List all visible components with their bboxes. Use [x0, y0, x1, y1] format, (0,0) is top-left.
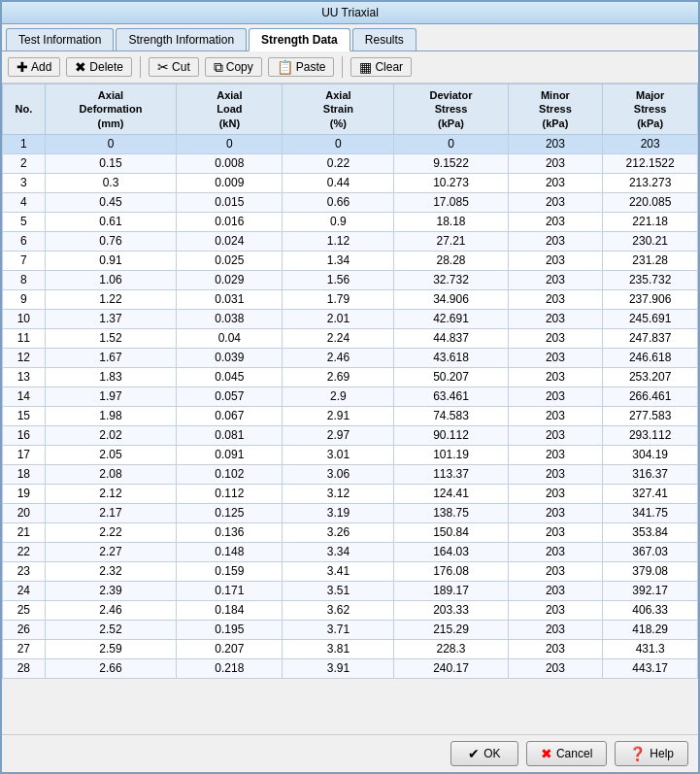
table-cell: 221.18: [603, 212, 698, 231]
data-table-scroll[interactable]: No. AxialDeformation(mm) AxialLoad(kN) A…: [2, 84, 698, 734]
table-row[interactable]: 272.590.2073.81228.3203431.3: [3, 639, 698, 658]
table-cell: 2.12: [45, 484, 177, 503]
table-cell: 24: [3, 581, 46, 600]
copy-button[interactable]: ⧉ Copy: [205, 57, 262, 77]
table-row[interactable]: 202.170.1253.19138.75203341.75: [3, 503, 698, 522]
table-cell: 1.79: [283, 289, 394, 309]
table-row[interactable]: 182.080.1023.06113.37203316.37: [3, 464, 698, 484]
table-cell: 203: [508, 600, 603, 620]
table-cell: 3.71: [283, 620, 394, 639]
table-cell: 150.84: [394, 522, 508, 542]
table-cell: 0.008: [177, 153, 283, 173]
table-cell: 0.148: [177, 542, 283, 561]
paste-icon: 📋: [277, 60, 293, 74]
table-cell: 26: [3, 620, 46, 639]
add-button[interactable]: ✚ Add: [8, 57, 60, 77]
table-cell: 406.33: [603, 600, 698, 620]
delete-button[interactable]: ✖ Delete: [66, 57, 132, 77]
table-cell: 203: [603, 134, 698, 153]
table-row[interactable]: 10000203203: [3, 134, 698, 153]
table-row[interactable]: 91.220.0311.7934.906203237.906: [3, 289, 698, 309]
table-cell: 230.21: [603, 231, 698, 251]
cut-label: Cut: [172, 60, 190, 74]
table-cell: 27: [3, 639, 46, 658]
table-cell: 2.22: [45, 522, 177, 542]
table-cell: 0.91: [45, 251, 177, 270]
table-cell: 3.06: [283, 464, 394, 484]
table-row[interactable]: 242.390.1713.51189.17203392.17: [3, 581, 698, 600]
table-row[interactable]: 192.120.1123.12124.41203327.41: [3, 484, 698, 503]
table-cell: 4: [3, 192, 46, 212]
tab-results[interactable]: Results: [352, 28, 417, 50]
table-cell: 12: [3, 348, 46, 367]
table-cell: 2.46: [283, 348, 394, 367]
table-row[interactable]: 101.370.0382.0142.691203245.691: [3, 309, 698, 328]
table-cell: 124.41: [394, 484, 508, 503]
table-cell: 20: [3, 503, 46, 522]
table-cell: 203: [508, 445, 603, 464]
table-row[interactable]: 60.760.0241.1227.21203230.21: [3, 231, 698, 251]
tab-bar: Test Information Strength Information St…: [2, 24, 698, 51]
table-row[interactable]: 20.150.0080.229.1522203212.1522: [3, 153, 698, 173]
tab-strength-data[interactable]: Strength Data: [249, 28, 350, 51]
table-cell: 3.34: [283, 542, 394, 561]
table-cell: 0: [45, 134, 177, 153]
table-cell: 2.27: [45, 542, 177, 561]
cut-button[interactable]: ✂ Cut: [149, 57, 199, 77]
col-header-minor-stress: MinorStress(kPa): [508, 84, 603, 135]
table-cell: 1.12: [283, 231, 394, 251]
cancel-button[interactable]: ✖ Cancel: [526, 741, 607, 766]
table-row[interactable]: 282.660.2183.91240.17203443.17: [3, 658, 698, 678]
table-row[interactable]: 30.30.0090.4410.273203213.273: [3, 173, 698, 192]
table-cell: 203: [508, 425, 603, 445]
table-cell: 0.039: [177, 348, 283, 367]
table-cell: 353.84: [603, 522, 698, 542]
toolbar: ✚ Add ✖ Delete ✂ Cut ⧉ Copy 📋 Paste ▦ Cl…: [2, 51, 698, 84]
table-row[interactable]: 222.270.1483.34164.03203367.03: [3, 542, 698, 561]
table-cell: 2.05: [45, 445, 177, 464]
table-row[interactable]: 262.520.1953.71215.29203418.29: [3, 620, 698, 639]
tab-strength-information[interactable]: Strength Information: [116, 28, 247, 50]
col-header-deviator-stress: DeviatorStress(kPa): [394, 84, 508, 135]
table-cell: 203: [508, 251, 603, 270]
table-cell: 203: [508, 309, 603, 328]
table-row[interactable]: 151.980.0672.9174.583203277.583: [3, 406, 698, 425]
paste-button[interactable]: 📋 Paste: [268, 57, 335, 77]
table-cell: 215.29: [394, 620, 508, 639]
table-row[interactable]: 172.050.0913.01101.19203304.19: [3, 445, 698, 464]
table-cell: 203: [508, 270, 603, 289]
table-cell: 2.66: [45, 658, 177, 678]
table-row[interactable]: 121.670.0392.4643.618203246.618: [3, 348, 698, 367]
table-cell: 43.618: [394, 348, 508, 367]
table-cell: 0.091: [177, 445, 283, 464]
table-cell: 1.56: [283, 270, 394, 289]
table-cell: 0.45: [45, 192, 177, 212]
table-cell: 247.837: [603, 328, 698, 348]
table-row[interactable]: 252.460.1843.62203.33203406.33: [3, 600, 698, 620]
table-row[interactable]: 50.610.0160.918.18203221.18: [3, 212, 698, 231]
table-cell: 0.66: [283, 192, 394, 212]
table-row[interactable]: 70.910.0251.3428.28203231.28: [3, 251, 698, 270]
table-row[interactable]: 232.320.1593.41176.08203379.08: [3, 561, 698, 581]
table-row[interactable]: 141.970.0572.963.461203266.461: [3, 387, 698, 406]
ok-button[interactable]: ✔ OK: [450, 741, 518, 766]
table-row[interactable]: 111.520.042.2444.837203247.837: [3, 328, 698, 348]
table-cell: 19: [3, 484, 46, 503]
table-row[interactable]: 212.220.1363.26150.84203353.84: [3, 522, 698, 542]
table-cell: 2.24: [283, 328, 394, 348]
table-cell: 2.32: [45, 561, 177, 581]
table-row[interactable]: 162.020.0812.9790.112203293.112: [3, 425, 698, 445]
table-row[interactable]: 81.060.0291.5632.732203235.732: [3, 270, 698, 289]
title-bar: UU Triaxial: [2, 2, 698, 24]
tab-test-information[interactable]: Test Information: [6, 28, 114, 50]
table-cell: 0.102: [177, 464, 283, 484]
table-row[interactable]: 40.450.0150.6617.085203220.085: [3, 192, 698, 212]
clear-button[interactable]: ▦ Clear: [350, 57, 412, 77]
table-cell: 367.03: [603, 542, 698, 561]
separator-2: [342, 56, 343, 78]
table-cell: 2.97: [283, 425, 394, 445]
table-cell: 203: [508, 620, 603, 639]
clear-icon: ▦: [359, 60, 372, 74]
table-row[interactable]: 131.830.0452.6950.207203253.207: [3, 367, 698, 387]
help-button[interactable]: ❓ Help: [615, 741, 688, 766]
